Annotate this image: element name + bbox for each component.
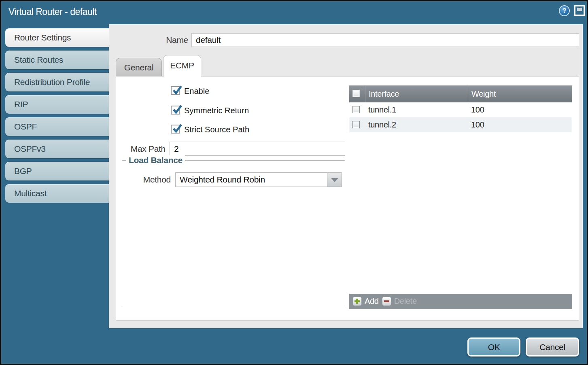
cell-interface: tunnel.1: [365, 102, 468, 117]
sidebar-item-redistribution-profile[interactable]: Redistribution Profile: [5, 73, 109, 91]
column-header-interface: Interface: [365, 86, 468, 102]
cancel-button[interactable]: Cancel: [526, 337, 579, 357]
delete-button[interactable]: Delete: [382, 297, 417, 306]
method-dropdown[interactable]: Weighted Round Robin: [175, 172, 342, 187]
sidebar-item-multicast[interactable]: Multicast: [5, 184, 109, 203]
row-checkbox-cell: [349, 117, 365, 132]
plus-icon: [352, 297, 362, 306]
check-icon: [172, 123, 183, 134]
header-checkbox-cell: [349, 86, 365, 102]
name-input[interactable]: [191, 33, 579, 47]
ok-button[interactable]: OK: [467, 337, 520, 357]
max-path-input[interactable]: [170, 142, 345, 156]
load-balance-group: Load Balance Method Weighted Round Robin: [122, 160, 345, 305]
ecmp-tab-panel: Enable Symmetric Return Strict Source Pa…: [116, 76, 579, 320]
table-header: Interface Weight: [349, 86, 572, 102]
add-label: Add: [365, 297, 379, 306]
chevron-down-icon: [331, 178, 338, 182]
table-row[interactable]: tunnel.2 100: [349, 117, 572, 132]
sidebar-item-ospfv3[interactable]: OSPFv3: [5, 140, 109, 158]
cell-interface: tunnel.2: [365, 117, 468, 132]
window-icon[interactable]: [574, 5, 585, 16]
row-checkbox[interactable]: [352, 106, 360, 113]
table-row[interactable]: tunnel.1 100: [349, 102, 572, 117]
sidebar-item-rip[interactable]: RIP: [5, 95, 109, 114]
column-header-weight: Weight: [468, 86, 572, 102]
table-toolbar: Add Delete: [349, 294, 572, 309]
enable-label: Enable: [184, 86, 209, 96]
help-icon[interactable]: ?: [559, 5, 570, 16]
table-empty-area: [349, 132, 572, 294]
cell-weight: 100: [468, 117, 572, 132]
dialog-title: Virtual Router - default: [8, 1, 97, 23]
method-value: Weighted Round Robin: [180, 173, 265, 187]
tab-general[interactable]: General: [116, 58, 162, 76]
strict-source-path-checkbox[interactable]: [171, 125, 180, 134]
method-dropdown-button[interactable]: [327, 173, 342, 187]
strict-source-path-label: Strict Source Path: [184, 125, 249, 134]
sidebar-item-static-routes[interactable]: Static Routes: [5, 51, 109, 69]
check-icon: [172, 104, 183, 115]
title-bar: Virtual Router - default ?: [1, 1, 587, 23]
sidebar-item-ospf[interactable]: OSPF: [5, 117, 109, 136]
virtual-router-dialog: Virtual Router - default ? Router Settin…: [0, 0, 588, 365]
cell-weight: 100: [468, 102, 572, 117]
window-icon-inner: [577, 8, 582, 11]
load-balance-legend: Load Balance: [126, 155, 185, 165]
sidebar-item-bgp[interactable]: BGP: [5, 162, 109, 180]
delete-label: Delete: [394, 297, 417, 306]
minus-icon: [382, 297, 391, 306]
symmetric-return-checkbox[interactable]: [171, 106, 180, 115]
method-label: Method: [122, 172, 171, 187]
tab-ecmp[interactable]: ECMP: [163, 55, 201, 77]
name-label: Name: [139, 33, 188, 47]
select-all-checkbox[interactable]: [352, 90, 360, 97]
row-checkbox[interactable]: [352, 121, 360, 128]
sidebar-item-router-settings[interactable]: Router Settings: [5, 28, 110, 47]
symmetric-return-label: Symmetric Return: [184, 106, 249, 115]
interface-table: Interface Weight tunnel.1 100 tunnel.2 1…: [349, 85, 572, 309]
add-button[interactable]: Add: [352, 297, 379, 306]
enable-checkbox[interactable]: [171, 86, 180, 95]
check-icon: [172, 85, 183, 95]
row-checkbox-cell: [349, 102, 365, 117]
max-path-label: Max Path: [117, 142, 166, 156]
